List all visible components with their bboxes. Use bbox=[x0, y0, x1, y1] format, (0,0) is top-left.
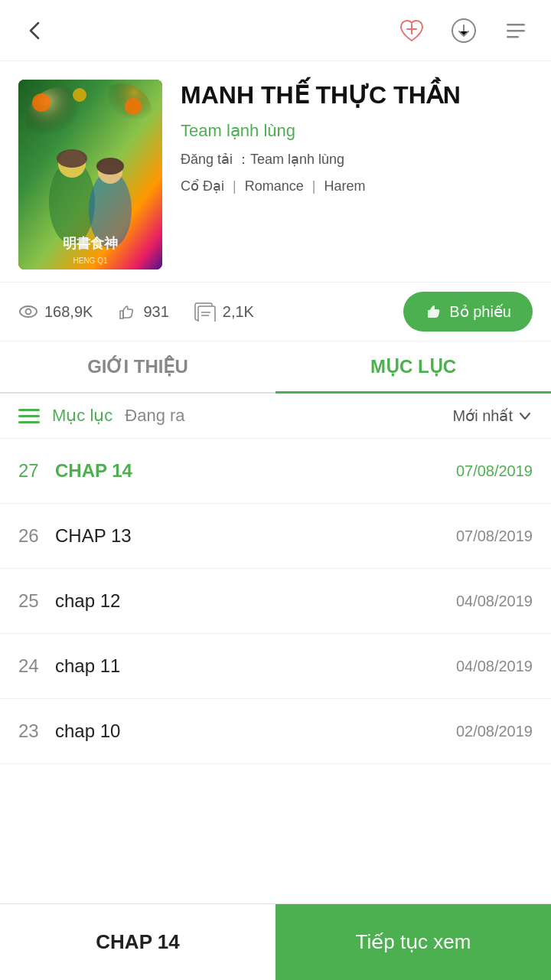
genre-romance[interactable]: Romance bbox=[245, 178, 304, 194]
book-genres: Cổ Đại | Romance | Harem bbox=[181, 178, 533, 194]
chapter-date: 04/08/2019 bbox=[456, 658, 533, 675]
chapter-number: 26 bbox=[18, 525, 55, 547]
thumb-up-icon bbox=[117, 302, 137, 322]
genre-co-dai[interactable]: Cổ Đại bbox=[181, 178, 224, 194]
chapter-date: 07/08/2019 bbox=[456, 528, 533, 545]
chapter-name: CHAP 14 bbox=[55, 460, 456, 482]
tab-bar: GIỚI THIỆU MỤC LỤC bbox=[0, 341, 551, 394]
chapter-date: 07/08/2019 bbox=[456, 462, 533, 480]
chapter-item[interactable]: 26 CHAP 13 07/08/2019 bbox=[0, 504, 551, 569]
svg-rect-4 bbox=[507, 24, 525, 26]
svg-point-9 bbox=[91, 83, 152, 145]
chapter-item[interactable]: 23 chap 10 02/08/2019 bbox=[0, 699, 551, 764]
sort-button[interactable]: Mới nhất bbox=[453, 407, 533, 425]
menu-icon[interactable] bbox=[18, 409, 40, 423]
book-uploader: Đăng tải ：Team lạnh lùng bbox=[181, 150, 533, 168]
download-button[interactable] bbox=[447, 14, 481, 47]
tab-intro[interactable]: GIỚI THIỆU bbox=[0, 341, 276, 392]
chapter-name: CHAP 13 bbox=[55, 525, 456, 547]
vote-button[interactable]: Bỏ phiếu bbox=[403, 292, 533, 332]
chapter-icon bbox=[194, 302, 217, 322]
view-count: 168,9K bbox=[18, 302, 93, 322]
svg-text:明書食神: 明書食神 bbox=[63, 236, 118, 251]
chapter-item[interactable]: 25 chap 12 04/08/2019 bbox=[0, 569, 551, 634]
svg-rect-5 bbox=[507, 30, 525, 32]
book-info: 明書食神 HENG Q1 MANH THẾ THỰC THẦN Team lạn… bbox=[0, 61, 551, 282]
svg-point-11 bbox=[73, 88, 86, 102]
header bbox=[0, 0, 551, 61]
bottom-bar: CHAP 14 Tiếp tục xem bbox=[0, 903, 551, 980]
genre-harem[interactable]: Harem bbox=[324, 178, 365, 194]
svg-point-22 bbox=[26, 309, 31, 315]
svg-point-10 bbox=[32, 93, 51, 112]
eye-icon bbox=[18, 302, 38, 322]
book-metadata: MANH THẾ THỰC THẦN Team lạnh lùng Đăng t… bbox=[181, 80, 533, 194]
svg-rect-6 bbox=[507, 36, 519, 38]
chapter-name: chap 11 bbox=[55, 655, 456, 677]
chapter-number: 25 bbox=[18, 590, 55, 612]
chapter-list: 27 CHAP 14 07/08/2019 26 CHAP 13 07/08/2… bbox=[0, 439, 551, 764]
chapter-item[interactable]: 24 chap 11 04/08/2019 bbox=[0, 634, 551, 699]
dang-ra-label[interactable]: Đang ra bbox=[125, 406, 184, 426]
more-menu-button[interactable] bbox=[499, 14, 533, 47]
like-count: 931 bbox=[117, 302, 168, 322]
chapter-number: 24 bbox=[18, 655, 55, 677]
bottom-chap-label[interactable]: CHAP 14 bbox=[0, 904, 276, 980]
svg-point-17 bbox=[57, 149, 87, 168]
chapter-date: 02/08/2019 bbox=[456, 723, 533, 740]
svg-point-21 bbox=[20, 306, 37, 317]
book-cover: 明書食神 HENG Q1 bbox=[18, 80, 162, 270]
favorite-button[interactable] bbox=[395, 14, 429, 47]
header-actions bbox=[395, 14, 533, 47]
stats-row: 168,9K 931 2,1K Bỏ phiếu bbox=[0, 282, 551, 341]
svg-point-12 bbox=[125, 98, 142, 115]
muc-luc-label[interactable]: Mục lục bbox=[52, 406, 112, 426]
continue-reading-button[interactable]: Tiếp tục xem bbox=[276, 904, 551, 980]
chapter-date: 04/08/2019 bbox=[456, 593, 533, 610]
chapter-name: chap 10 bbox=[55, 720, 456, 742]
vote-icon bbox=[425, 302, 443, 321]
sort-arrow-icon bbox=[517, 408, 533, 423]
book-author[interactable]: Team lạnh lùng bbox=[181, 121, 533, 141]
svg-text:HENG Q1: HENG Q1 bbox=[73, 256, 107, 265]
chapter-name: chap 12 bbox=[55, 590, 456, 612]
back-button[interactable] bbox=[18, 14, 52, 47]
tab-toc[interactable]: MỤC LỤC bbox=[276, 341, 551, 392]
chapter-number: 23 bbox=[18, 720, 55, 742]
chapter-item[interactable]: 27 CHAP 14 07/08/2019 bbox=[0, 439, 551, 504]
svg-rect-24 bbox=[198, 306, 215, 322]
book-title: MANH THẾ THỰC THẦN bbox=[181, 80, 533, 112]
chapter-controls: Mục lục Đang ra Mới nhất bbox=[0, 394, 551, 439]
svg-point-18 bbox=[96, 158, 124, 175]
chapter-number: 27 bbox=[18, 460, 55, 482]
chapter-count: 2,1K bbox=[194, 302, 254, 322]
